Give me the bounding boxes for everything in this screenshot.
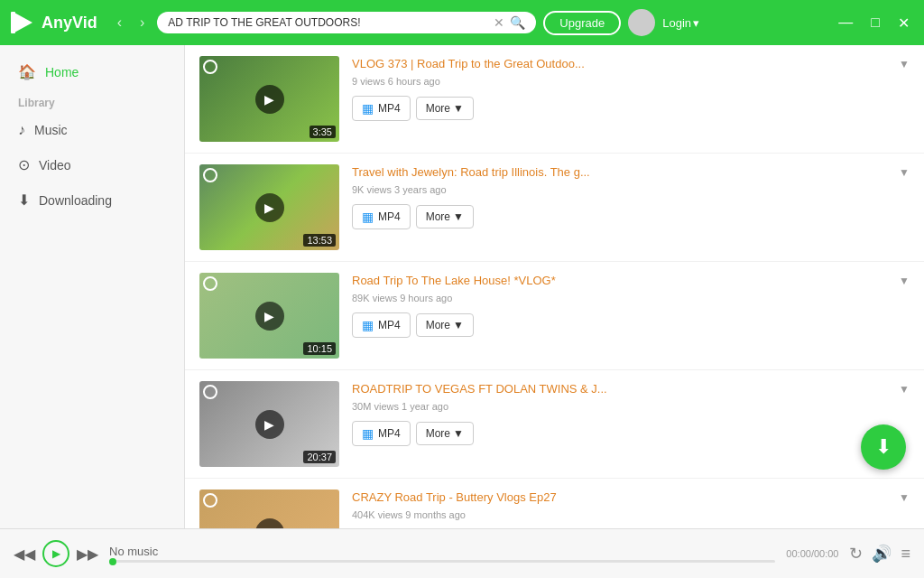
expand-btn-2[interactable]: ▼ <box>899 166 910 179</box>
result-title-4[interactable]: ROADTRIP TO VEGAS FT DOLAN TWINS & J... <box>352 381 893 397</box>
close-button[interactable]: ✕ <box>892 13 915 33</box>
thumbnail-2: ▶ 13:53 <box>199 164 339 250</box>
minimize-button[interactable]: — <box>833 13 858 33</box>
sidebar: 🏠 Home Library ♪ Music ⊙ Video ⬇ Downloa… <box>0 45 185 528</box>
result-info-1: VLOG 373 | Road Trip to the Great Outdoo… <box>352 56 910 121</box>
sidebar-item-home[interactable]: 🏠 Home <box>0 54 184 89</box>
svg-marker-0 <box>14 13 32 33</box>
select-circle-3[interactable] <box>203 276 217 291</box>
upgrade-button[interactable]: Upgrade <box>543 11 621 35</box>
select-circle-4[interactable] <box>203 385 217 399</box>
sidebar-item-home-label: Home <box>45 65 79 79</box>
mp4-icon-4: ▦ <box>362 426 374 441</box>
sidebar-item-downloading[interactable]: ⬇ Downloading <box>0 182 184 218</box>
library-label: Library <box>0 89 184 113</box>
search-clear-icon[interactable]: ✕ <box>494 15 504 30</box>
search-text: AD TRIP TO THE GREAT OUTDOORS! <box>168 16 488 29</box>
play-overlay-4[interactable]: ▶ <box>255 410 284 439</box>
download-icon: ⬇ <box>18 191 30 209</box>
result-title-5[interactable]: CRAZY Road Trip - Buttery Vlogs Ep27 <box>352 489 893 506</box>
result-meta-1: 9 views 6 hours ago <box>352 76 910 87</box>
player-info: No music <box>109 545 775 563</box>
more-button-1[interactable]: More ▼ <box>416 97 474 120</box>
logo-area: AnyVid <box>9 9 97 36</box>
svg-rect-1 <box>11 12 15 33</box>
duration-badge-4: 20:37 <box>303 451 336 463</box>
result-actions-2: ▦ MP4 More ▼ <box>352 204 910 229</box>
sidebar-item-downloading-label: Downloading <box>39 193 112 208</box>
expand-btn-3[interactable]: ▼ <box>899 275 910 287</box>
result-title-row-3: Road Trip To The Lake House! *VLOG* ▼ <box>352 273 910 289</box>
nav-forward-button[interactable]: › <box>134 11 150 34</box>
more-button-4[interactable]: More ▼ <box>416 422 474 445</box>
result-meta-3: 89K views 9 hours ago <box>352 293 910 303</box>
sidebar-item-music[interactable]: ♪ Music <box>0 113 184 147</box>
music-icon: ♪ <box>18 122 25 138</box>
result-title-row-1: VLOG 373 | Road Trip to the Great Outdoo… <box>352 56 910 72</box>
expand-btn-1[interactable]: ▼ <box>899 58 910 70</box>
repeat-button[interactable]: ↻ <box>849 544 863 564</box>
result-meta-2: 9K views 3 years ago <box>352 184 910 195</box>
play-overlay-3[interactable]: ▶ <box>255 302 284 331</box>
login-button[interactable]: Login ▾ <box>662 16 699 30</box>
maximize-button[interactable]: □ <box>865 13 885 33</box>
sidebar-item-video[interactable]: ⊙ Video <box>0 147 184 182</box>
mp4-button-2[interactable]: ▦ MP4 <box>352 204 411 229</box>
play-button[interactable]: ▶ <box>42 540 69 567</box>
bottom-player: ◀◀ ▶ ▶▶ No music 00:00/00:00 ↻ 🔊 ≡ <box>0 528 924 578</box>
prev-button[interactable]: ◀◀ <box>14 545 35 563</box>
result-meta-4: 30M views 1 year ago <box>352 401 910 412</box>
more-button-2[interactable]: More ▼ <box>416 205 474 228</box>
mp4-icon-1: ▦ <box>362 101 374 116</box>
main-layout: 🏠 Home Library ♪ Music ⊙ Video ⬇ Downloa… <box>0 45 924 528</box>
duration-badge-1: 3:35 <box>310 126 336 138</box>
search-bar: AD TRIP TO THE GREAT OUTDOORS! ✕ 🔍 <box>157 12 536 33</box>
home-icon: 🏠 <box>18 63 36 80</box>
result-title-3[interactable]: Road Trip To The Lake House! *VLOG* <box>352 273 893 289</box>
thumbnail-4: ▶ 20:37 <box>199 381 339 467</box>
select-circle-5[interactable] <box>203 493 217 508</box>
result-title-1[interactable]: VLOG 373 | Road Trip to the Great Outdoo… <box>352 56 893 72</box>
result-item: ▶ 13:53 Travel with Jewelyn: Road trip I… <box>185 154 924 262</box>
mp4-icon-2: ▦ <box>362 210 374 224</box>
result-info-2: Travel with Jewelyn: Road trip Illinois.… <box>352 164 910 229</box>
result-info-5: CRAZY Road Trip - Buttery Vlogs Ep27 ▼ 4… <box>352 489 910 528</box>
result-item: ▶ 20:37 ROADTRIP TO VEGAS FT DOLAN TWINS… <box>185 370 924 479</box>
result-title-2[interactable]: Travel with Jewelyn: Road trip Illinois.… <box>352 164 893 181</box>
next-button[interactable]: ▶▶ <box>77 545 98 563</box>
select-circle-1[interactable] <box>203 60 217 74</box>
progress-dot <box>109 558 116 565</box>
result-item: ▶ 10:15 Road Trip To The Lake House! *VL… <box>185 262 924 370</box>
mp4-button-3[interactable]: ▦ MP4 <box>352 312 411 338</box>
result-item: ▶ 3:35 VLOG 373 | Road Trip to the Great… <box>185 45 924 154</box>
download-fab[interactable]: ⬇ <box>861 424 906 470</box>
nav-back-button[interactable]: ‹ <box>112 11 127 34</box>
play-overlay-1[interactable]: ▶ <box>255 85 284 114</box>
title-bar: AnyVid ‹ › AD TRIP TO THE GREAT OUTDOORS… <box>0 0 924 45</box>
select-circle-2[interactable] <box>203 168 217 182</box>
volume-button[interactable]: 🔊 <box>872 544 892 564</box>
mp4-button-1[interactable]: ▦ MP4 <box>352 96 411 121</box>
mp4-icon-3: ▦ <box>362 318 374 332</box>
thumbnail-1: ▶ 3:35 <box>199 56 339 142</box>
sidebar-item-music-label: Music <box>34 123 68 137</box>
play-overlay-5[interactable]: ▶ <box>255 518 284 529</box>
more-button-3[interactable]: More ▼ <box>416 313 474 337</box>
search-icon[interactable]: 🔍 <box>510 15 525 30</box>
results-list: ▶ 3:35 VLOG 373 | Road Trip to the Great… <box>185 45 924 528</box>
queue-button[interactable]: ≡ <box>901 545 910 564</box>
window-controls: — □ ✕ <box>833 13 915 33</box>
result-info-4: ROADTRIP TO VEGAS FT DOLAN TWINS & J... … <box>352 381 910 446</box>
avatar <box>628 9 655 36</box>
progress-bar[interactable] <box>109 560 775 563</box>
time-display: 00:00/00:00 <box>786 548 838 559</box>
play-overlay-2[interactable]: ▶ <box>255 193 284 222</box>
result-meta-5: 404K views 9 months ago <box>352 509 910 520</box>
player-right-controls: ↻ 🔊 ≡ <box>849 544 910 564</box>
expand-btn-5[interactable]: ▼ <box>899 491 910 504</box>
result-actions-3: ▦ MP4 More ▼ <box>352 312 910 338</box>
mp4-button-4[interactable]: ▦ MP4 <box>352 421 411 446</box>
video-icon: ⊙ <box>18 156 30 173</box>
expand-btn-4[interactable]: ▼ <box>899 383 910 396</box>
sidebar-item-video-label: Video <box>39 158 71 172</box>
